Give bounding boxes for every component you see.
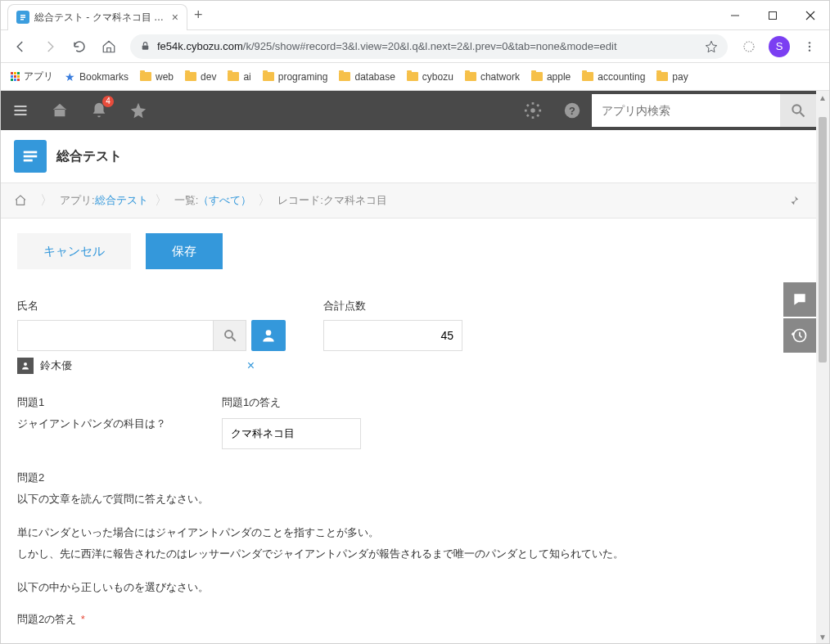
bookmark-pay[interactable]: pay [656, 71, 688, 83]
scroll-thumb[interactable] [819, 117, 827, 363]
svg-rect-3 [20, 19, 24, 20]
app-search [592, 94, 816, 127]
bookmark-ai[interactable]: ai [228, 71, 250, 83]
favorites-button[interactable] [119, 91, 158, 130]
breadcrumb-home-icon[interactable] [7, 194, 34, 207]
menu-button[interactable] [1, 91, 40, 130]
global-topbar: 4 ? [1, 91, 816, 130]
browser-titlebar: 総合テスト - クマ科ネコ目 - レコードの × + [1, 1, 829, 30]
svg-rect-1 [20, 15, 25, 16]
picked-user-chip: 鈴木優 × [17, 358, 304, 374]
svg-line-25 [232, 337, 236, 341]
bookmark-star-icon[interactable] [705, 40, 718, 53]
q1-answer-label: 問題1の答え [222, 395, 361, 410]
url-input[interactable]: fe54k.cybozu.com/k/925/show#record=3&l.v… [130, 34, 728, 59]
app-search-button[interactable] [780, 94, 816, 127]
q2-answer-label: 問題2の答え * [17, 612, 800, 627]
folder-icon [185, 72, 196, 81]
settings-button[interactable] [513, 91, 553, 130]
svg-point-16 [530, 108, 535, 113]
bookmark-database[interactable]: database [339, 71, 395, 83]
required-mark: * [81, 613, 85, 625]
apps-shortcut[interactable]: アプリ [11, 70, 53, 83]
folder-icon [339, 72, 350, 81]
nav-home-button[interactable] [96, 34, 122, 60]
bookmark-web[interactable]: web [140, 71, 174, 83]
window-minimize-button[interactable] [716, 1, 754, 30]
notification-badge: 4 [102, 96, 114, 107]
breadcrumb-record-prefix: レコード: [277, 193, 323, 208]
svg-point-10 [809, 42, 810, 43]
breadcrumb-sep-icon: 〉 [258, 192, 271, 209]
breadcrumb-view-prefix: 一覧: [174, 193, 199, 208]
nav-reload-button[interactable] [66, 34, 92, 60]
window-close-button[interactable] [792, 1, 829, 30]
bookmarks-bar: アプリ ★Bookmarks web dev ai programing dat… [1, 63, 829, 91]
vertical-scrollbar[interactable]: ▲ ▼ [816, 91, 829, 643]
tab-title: 総合テスト - クマ科ネコ目 - レコードの [34, 11, 167, 25]
folder-icon [407, 72, 418, 81]
svg-rect-21 [24, 151, 38, 154]
svg-point-26 [266, 330, 272, 336]
help-button[interactable]: ? [553, 91, 592, 130]
breadcrumb-app-prefix: アプリ: [60, 193, 95, 208]
app-header: 総合テスト [1, 130, 816, 182]
record-form: キャンセル 保存 氏名 鈴木優 × [1, 218, 816, 643]
svg-point-27 [24, 363, 27, 366]
scroll-down-icon[interactable]: ▼ [816, 630, 829, 643]
folder-icon [531, 72, 543, 81]
breadcrumb: 〉 アプリ: 総合テスト 〉 一覧: （すべて） 〉 レコード: クマ科ネコ目 [1, 182, 816, 218]
nav-back-button[interactable] [7, 34, 34, 60]
svg-rect-22 [24, 155, 38, 158]
browser-menu-button[interactable] [796, 34, 823, 60]
history-float-button[interactable] [783, 318, 816, 353]
folder-icon [582, 72, 593, 81]
bookmark-accounting[interactable]: accounting [582, 71, 645, 83]
q2-intro: 以下の文章を読んで質問に答えなさい。 [17, 490, 800, 508]
q2-label: 問題2 [17, 471, 800, 485]
app-search-input[interactable] [592, 94, 780, 127]
bookmark-bookmarks[interactable]: ★Bookmarks [65, 70, 129, 83]
portal-home-button[interactable] [40, 91, 79, 130]
breadcrumb-view-link[interactable]: （すべて） [198, 193, 251, 208]
user-picker-search-icon[interactable] [214, 320, 246, 351]
folder-icon [140, 72, 151, 81]
bookmark-programing[interactable]: programing [263, 71, 328, 83]
comments-float-button[interactable] [783, 282, 816, 317]
scroll-up-icon[interactable]: ▲ [816, 91, 829, 104]
user-picker-input[interactable] [17, 320, 214, 351]
nav-forward-button[interactable] [37, 34, 63, 60]
user-picker-org-icon[interactable] [251, 320, 286, 351]
extension-icon[interactable] [736, 34, 762, 60]
browser-tab[interactable]: 総合テスト - クマ科ネコ目 - レコードの × [7, 4, 187, 30]
score-field-label: 合計点数 [323, 299, 462, 313]
app-logo-icon [14, 140, 47, 173]
cancel-button[interactable]: キャンセル [17, 233, 131, 269]
app-content: 4 ? 総合テスト 〉 アプリ: 総合テスト [1, 91, 816, 643]
bookmark-dev[interactable]: dev [185, 71, 216, 83]
svg-point-24 [225, 331, 232, 338]
profile-avatar[interactable]: S [769, 36, 790, 57]
apps-grid-icon [11, 72, 20, 81]
save-button[interactable]: 保存 [146, 233, 223, 269]
notifications-button[interactable]: 4 [79, 91, 119, 130]
app-title: 総合テスト [56, 148, 122, 165]
picked-user-name: 鈴木優 [40, 358, 72, 373]
bookmark-chatwork[interactable]: chatwork [465, 71, 520, 83]
pin-icon[interactable] [788, 195, 800, 206]
bookmark-apple[interactable]: apple [531, 71, 571, 83]
score-input[interactable] [323, 320, 462, 351]
svg-line-20 [801, 113, 805, 117]
window-maximize-button[interactable] [754, 1, 792, 30]
remove-user-icon[interactable]: × [247, 358, 255, 373]
folder-icon [228, 72, 239, 81]
q1-text: ジャイアントパンダの科目は？ [17, 415, 202, 433]
svg-point-9 [744, 42, 754, 52]
breadcrumb-app-link[interactable]: 総合テスト [95, 193, 148, 208]
q1-answer-input[interactable] [222, 418, 361, 449]
folder-icon [656, 72, 668, 81]
new-tab-button[interactable]: + [194, 7, 203, 24]
tab-close-icon[interactable]: × [172, 11, 178, 24]
bookmark-cybozu[interactable]: cybozu [407, 71, 453, 83]
q2-p2: しかし、先に西洋に報告されたのはレッサーパンダでジャイアントパンダが報告されるま… [17, 545, 800, 563]
